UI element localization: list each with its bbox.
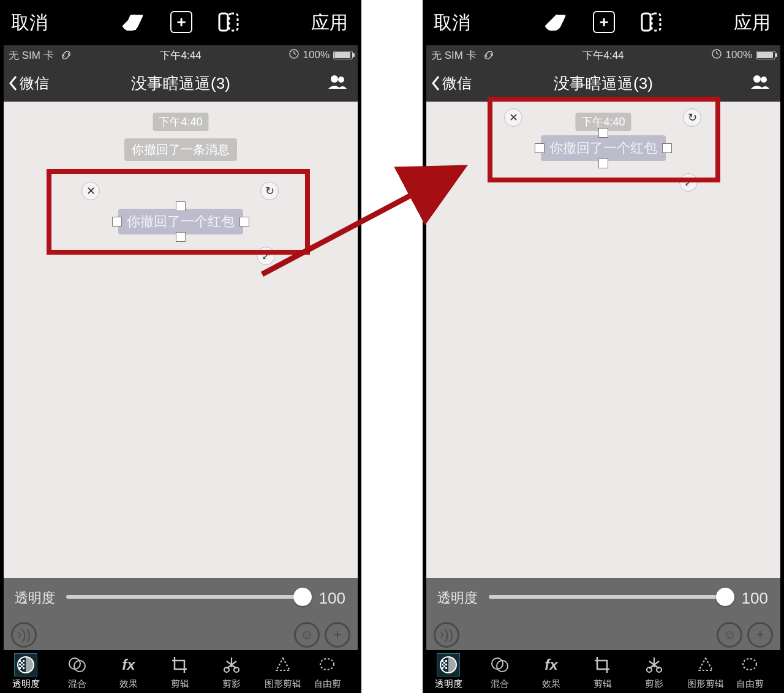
tool-label: 剪辑 — [171, 678, 189, 690]
svg-point-4 — [338, 77, 344, 83]
tool-label: 图形剪辑 — [687, 678, 724, 690]
cancel-button[interactable]: 取消 — [11, 10, 48, 36]
add-icon[interactable]: + — [593, 11, 615, 33]
opacity-label: 透明度 — [15, 589, 55, 607]
blend-icon — [489, 654, 511, 676]
tool-shadow[interactable]: 剪影 — [206, 654, 257, 690]
tool-crop[interactable]: 剪辑 — [577, 654, 628, 690]
svg-rect-25 — [442, 660, 443, 662]
svg-rect-7 — [23, 660, 24, 662]
right-panel: 取消 + 应用 无 SIM 卡 下午4:44 100% — [423, 0, 784, 693]
add-icon[interactable]: + — [170, 11, 192, 33]
battery-icon — [756, 51, 775, 59]
fx-icon: fx — [540, 654, 562, 676]
tool-label: 混合 — [68, 678, 86, 690]
svg-point-22 — [753, 75, 761, 83]
opacity-slider[interactable] — [489, 595, 733, 599]
tool-blend[interactable]: 混合 — [474, 654, 526, 690]
svg-rect-19 — [642, 13, 650, 31]
shape-icon — [272, 654, 294, 676]
chat-canvas: 下午4:40 你撤回了一条消息 你撤回了一个红包 ✕ ↻ ⤢ — [4, 102, 358, 578]
status-bar: 无 SIM 卡 下午4:44 100% — [426, 45, 780, 65]
tool-shadow[interactable]: 剪影 — [628, 654, 680, 690]
fx-icon: fx — [118, 654, 140, 676]
plus-icon: + — [747, 622, 773, 648]
chevron-left-icon — [9, 75, 18, 91]
slider-thumb[interactable] — [716, 588, 734, 606]
back-label: 微信 — [20, 73, 49, 93]
group-members-icon[interactable] — [327, 74, 348, 92]
tether-icon — [483, 49, 495, 64]
tool-free-crop[interactable]: 自由剪 — [731, 654, 768, 690]
emoji-icon: ☺ — [294, 622, 320, 648]
tool-label: 效果 — [119, 678, 138, 690]
group-members-icon[interactable] — [750, 74, 771, 92]
tool-label: 透明度 — [12, 678, 40, 690]
slider-thumb[interactable] — [293, 588, 312, 606]
battery-percent: 100% — [726, 49, 752, 61]
chevron-left-icon — [431, 75, 441, 91]
tool-label: 透明度 — [435, 678, 462, 690]
battery-percent: 100% — [303, 49, 330, 61]
battery-icon — [333, 51, 353, 59]
tool-free-crop[interactable]: 自由剪 — [309, 654, 345, 690]
back-button[interactable]: 微信 — [9, 73, 49, 93]
opacity-value: 100 — [742, 589, 768, 608]
back-label: 微信 — [442, 73, 472, 93]
chat-input-ghost: ›)) ☺ + — [4, 622, 358, 648]
opacity-panel: 透明度 100 ›)) ☺ + — [426, 578, 780, 650]
cancel-button[interactable]: 取消 — [434, 10, 470, 36]
tool-fx[interactable]: fx 效果 — [526, 654, 577, 690]
tool-shape-crop[interactable]: 图形剪辑 — [257, 654, 309, 690]
chat-canvas: 下午4:40 你撤回了一个红包 ✕ ↻ ⤢ — [426, 102, 780, 578]
eraser-icon[interactable] — [123, 13, 143, 31]
svg-rect-32 — [445, 667, 447, 669]
tool-label: 图形剪辑 — [265, 678, 301, 690]
blend-icon — [66, 654, 88, 676]
tool-fx[interactable]: fx 效果 — [103, 654, 154, 690]
tool-label: 效果 — [542, 678, 560, 690]
tool-blend[interactable]: 混合 — [51, 654, 103, 690]
tether-icon — [60, 49, 72, 64]
orientation-lock-icon — [711, 48, 722, 62]
apply-button[interactable]: 应用 — [311, 10, 348, 36]
tool-crop[interactable]: 剪辑 — [154, 654, 206, 690]
svg-rect-31 — [442, 667, 443, 669]
recall-message-pill: 你撤回了一条消息 — [124, 138, 237, 161]
tool-label: 剪辑 — [594, 678, 612, 690]
compare-icon[interactable] — [217, 11, 239, 33]
left-panel: 取消 + 应用 无 SIM 卡 下午4:44 100% — [0, 0, 361, 693]
svg-rect-6 — [19, 660, 21, 662]
svg-point-3 — [331, 75, 338, 83]
voice-icon: ›)) — [434, 622, 459, 648]
apply-button[interactable]: 应用 — [734, 10, 771, 36]
status-time: 下午4:44 — [582, 48, 624, 62]
compare-icon[interactable] — [640, 11, 662, 33]
tool-label: 混合 — [491, 678, 509, 690]
voice-icon: ›)) — [11, 622, 37, 648]
crop-icon — [592, 654, 614, 676]
opacity-icon — [15, 654, 37, 676]
status-bar: 无 SIM 卡 下午4:44 100% — [4, 45, 358, 65]
svg-rect-27 — [443, 662, 445, 664]
editor-topbar: 取消 + 应用 — [423, 0, 784, 45]
tool-opacity[interactable]: 透明度 — [0, 654, 51, 690]
opacity-slider[interactable] — [66, 595, 311, 599]
annotation-box — [488, 97, 720, 182]
carrier-label: 无 SIM 卡 — [9, 48, 54, 62]
opacity-icon — [437, 654, 459, 676]
editor-topbar: 取消 + 应用 — [0, 0, 361, 45]
crop-icon — [169, 654, 191, 676]
chat-input-ghost: ›)) ☺ + — [426, 622, 780, 648]
tool-opacity[interactable]: 透明度 — [423, 654, 474, 690]
phone-mockup: 无 SIM 卡 下午4:44 100% 微信 没事瞎逼逼(3) — [426, 45, 780, 650]
svg-rect-11 — [21, 665, 23, 667]
svg-point-37 — [743, 659, 756, 670]
svg-rect-12 — [19, 667, 21, 669]
tool-shape-crop[interactable]: 图形剪辑 — [680, 654, 731, 690]
opacity-panel: 透明度 100 ›)) ☺ + — [4, 578, 358, 650]
opacity-label: 透明度 — [437, 589, 478, 607]
back-button[interactable]: 微信 — [431, 73, 472, 93]
svg-rect-30 — [443, 665, 445, 667]
eraser-icon[interactable] — [545, 13, 566, 31]
